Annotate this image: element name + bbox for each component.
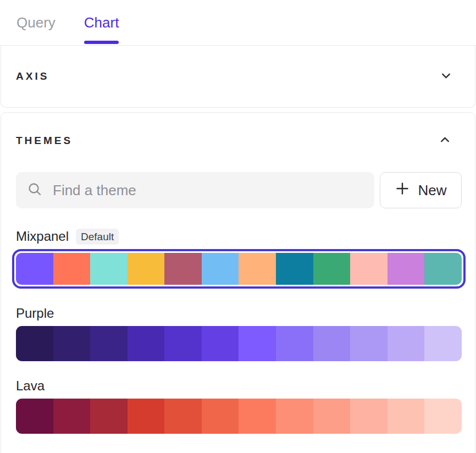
color-swatch: [350, 253, 388, 285]
theme-list: Mixpanel Default Purple Lava Mint: [16, 228, 462, 453]
color-swatch: [350, 326, 388, 361]
default-badge: Default: [76, 229, 119, 245]
plus-icon: [395, 181, 410, 200]
axis-section: AXIS: [1, 46, 475, 108]
themes-section: THEMES: [1, 112, 475, 453]
search-input[interactable]: [52, 181, 363, 200]
color-swatch: [424, 399, 462, 434]
color-swatch: [128, 399, 165, 434]
axis-section-title: AXIS: [16, 70, 49, 82]
color-swatch: [424, 253, 462, 285]
color-swatch: [202, 253, 239, 285]
theme-palette-option[interactable]: [12, 249, 466, 289]
theme-name: Mixpanel: [16, 229, 69, 244]
color-swatch: [424, 326, 462, 361]
color-swatch: [128, 326, 165, 361]
color-swatch: [16, 326, 53, 361]
color-swatch: [90, 326, 128, 361]
color-swatch: [16, 253, 53, 285]
color-swatch: [388, 399, 425, 434]
color-swatch: [202, 326, 239, 361]
axis-collapse-toggle[interactable]: [439, 69, 453, 84]
themes-section-header: THEMES: [16, 134, 462, 148]
theme-search-row: New: [16, 172, 462, 208]
color-swatch: [239, 253, 276, 285]
theme-swatch-strip: [16, 326, 462, 361]
color-swatch: [350, 399, 388, 434]
theme-swatch-strip: [16, 253, 462, 285]
theme-palette-option[interactable]: [16, 326, 462, 361]
color-swatch: [16, 399, 53, 434]
theme-label-row: Purple: [16, 305, 462, 322]
themes-collapse-toggle[interactable]: [438, 134, 452, 148]
theme-name: Lava: [16, 378, 45, 394]
color-swatch: [313, 253, 351, 285]
theme-row: Lava: [16, 378, 462, 434]
color-swatch: [276, 399, 313, 434]
themes-section-title: THEMES: [16, 135, 73, 147]
color-swatch: [164, 399, 202, 434]
theme-row: Mixpanel Default: [16, 228, 462, 289]
color-swatch: [128, 253, 165, 285]
color-swatch: [313, 326, 351, 361]
color-swatch: [164, 253, 202, 285]
color-swatch: [276, 253, 313, 285]
color-swatch: [53, 326, 91, 361]
chevron-down-icon: [439, 69, 453, 84]
color-swatch: [53, 253, 91, 285]
color-swatch: [313, 399, 351, 434]
color-swatch: [202, 399, 239, 434]
theme-search-box[interactable]: [16, 172, 374, 208]
theme-label-row: Lava: [16, 378, 462, 394]
color-swatch: [90, 399, 128, 434]
chevron-up-icon: [438, 133, 452, 148]
tab-chart-label: Chart: [84, 14, 119, 31]
tab-query-label: Query: [16, 14, 56, 31]
theme-palette-option[interactable]: [16, 399, 462, 434]
new-theme-button-label: New: [418, 182, 446, 199]
new-theme-button[interactable]: New: [380, 172, 462, 208]
color-swatch: [388, 253, 425, 285]
theme-row: Purple: [16, 305, 462, 361]
search-icon: [27, 181, 42, 199]
chart-settings-panel: Query Chart AXIS THEMES: [0, 0, 476, 453]
tab-underline: [84, 41, 119, 44]
tab-query[interactable]: Query: [16, 0, 56, 45]
theme-name: Mint: [16, 451, 41, 453]
theme-label-row: Mixpanel Default: [16, 228, 462, 245]
theme-swatch-strip: [16, 399, 462, 434]
color-swatch: [239, 399, 276, 434]
color-swatch: [239, 326, 276, 361]
color-swatch: [53, 399, 91, 434]
color-swatch: [276, 326, 313, 361]
tab-bar: Query Chart: [0, 0, 476, 46]
color-swatch: [164, 326, 202, 361]
color-swatch: [90, 253, 128, 285]
theme-label-row: Mint: [16, 450, 462, 453]
theme-name: Purple: [16, 306, 54, 321]
color-swatch: [388, 326, 425, 361]
theme-row: Mint: [16, 450, 462, 453]
tab-chart[interactable]: Chart: [84, 0, 119, 45]
